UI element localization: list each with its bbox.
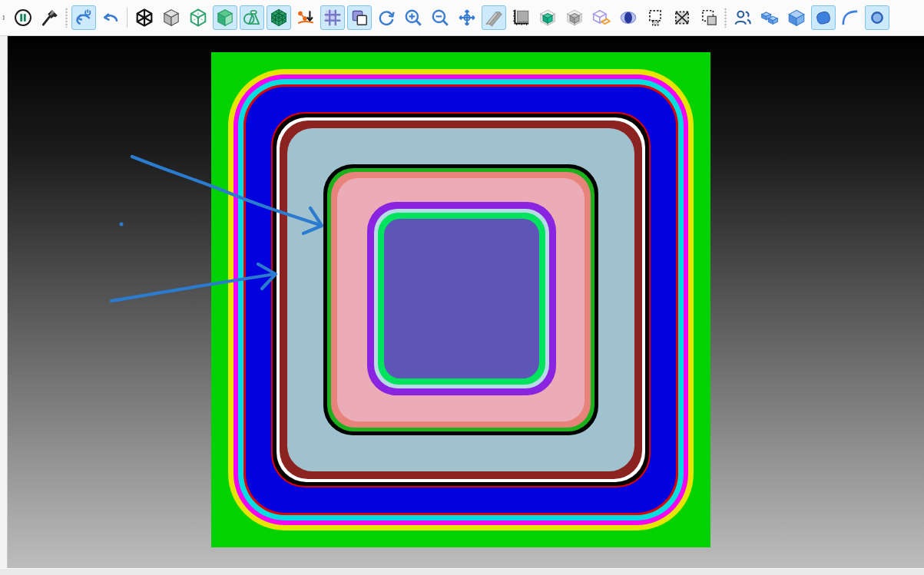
rotate-view-button[interactable] <box>374 5 399 30</box>
overlap-squares-button[interactable] <box>347 5 372 30</box>
cube-green-icon <box>215 8 235 28</box>
ruler-icon <box>511 8 531 28</box>
shaded-cube-button[interactable] <box>159 5 184 30</box>
zoom-in-icon <box>403 8 423 28</box>
toolbar-separator <box>124 5 131 31</box>
select-copy-button[interactable] <box>697 5 721 30</box>
pan-icon <box>457 8 477 28</box>
zoom-in-button[interactable] <box>401 5 426 30</box>
circle-vertex-button[interactable] <box>865 5 889 30</box>
wire-black-icon <box>134 8 154 28</box>
pause-button[interactable] <box>11 5 35 30</box>
mesh-region-slate-blue[interactable] <box>384 219 539 378</box>
blob-icon <box>813 8 833 28</box>
sel-x-icon <box>672 8 692 28</box>
blocks-pair-button[interactable] <box>757 5 782 30</box>
clipped-icon <box>2 8 8 28</box>
snap-orange-icon <box>296 8 316 28</box>
circle-ring-icon <box>867 8 887 28</box>
zoom-out-button[interactable] <box>428 5 452 30</box>
select-append-button[interactable] <box>643 5 667 30</box>
measure-ruler-button[interactable] <box>508 5 533 30</box>
select-remove-button[interactable] <box>670 5 694 30</box>
annotation-dot <box>120 223 124 226</box>
sel-bottom-icon <box>645 8 665 28</box>
users-groups-button[interactable] <box>730 5 755 30</box>
overlap-squares-icon <box>349 8 369 28</box>
mesh-model <box>211 52 710 547</box>
boxed-cube-gray-button[interactable] <box>562 5 587 30</box>
pause-icon <box>13 8 33 28</box>
block-single-button[interactable] <box>784 5 809 30</box>
geometry-primitives-button[interactable] <box>240 5 264 30</box>
arc-curve-button[interactable] <box>838 5 863 30</box>
zoom-out-icon <box>430 8 450 28</box>
users-icon <box>733 8 753 28</box>
slab-icon <box>484 8 504 28</box>
solid-cube-green-button[interactable] <box>213 5 237 30</box>
cube-with-plane-button[interactable] <box>589 5 614 30</box>
undo-button[interactable] <box>98 5 123 30</box>
toolbar-separator <box>63 5 70 31</box>
viewport-left-edge <box>0 36 8 568</box>
wireframe-cube-button[interactable] <box>132 5 157 30</box>
undo-icon <box>101 8 121 28</box>
viewport-canvas[interactable] <box>0 36 924 568</box>
boxed-cube-green-button[interactable] <box>535 5 560 30</box>
prims-green-icon <box>242 8 262 28</box>
lens-icon <box>618 8 638 28</box>
boxed-gray-icon <box>565 8 585 28</box>
mesh-green-icon <box>269 8 289 28</box>
rotate-icon <box>376 8 396 28</box>
grid-button[interactable] <box>320 5 345 30</box>
cube-gray-icon <box>161 8 181 28</box>
reset-power-button[interactable] <box>71 5 96 30</box>
hammer-icon <box>40 8 60 28</box>
cubes-two-icon <box>760 8 780 28</box>
lens-intersection-button[interactable] <box>616 5 641 30</box>
toolbar-separator <box>722 5 729 31</box>
wireframe-cube-green-button[interactable] <box>186 5 210 30</box>
mesh-cube-button[interactable] <box>267 5 291 30</box>
status-strip <box>0 568 924 575</box>
clipped-tool-button[interactable] <box>2 5 8 30</box>
sel-copy-icon <box>699 8 719 28</box>
toolbar <box>0 0 924 36</box>
reset-power-icon <box>74 8 94 28</box>
boxed-green-icon <box>538 8 558 28</box>
hammer-tool-button[interactable] <box>38 5 62 30</box>
cube-blue-icon <box>787 8 806 28</box>
pan-fit-button[interactable] <box>455 5 479 30</box>
snap-points-button[interactable] <box>293 5 318 30</box>
sweep-slab-button[interactable] <box>482 5 506 30</box>
rounded-blob-button[interactable] <box>811 5 836 30</box>
mesh-viewer-app <box>0 0 924 575</box>
arc-icon <box>840 8 860 28</box>
grid-icon <box>323 8 343 28</box>
cube-plane-icon <box>591 8 611 28</box>
wire-green-icon <box>188 8 208 28</box>
